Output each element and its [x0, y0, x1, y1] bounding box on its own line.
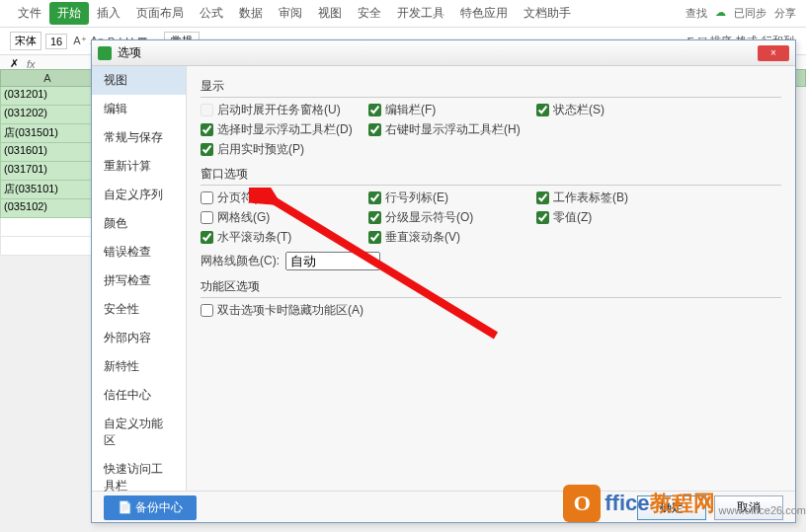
- cell[interactable]: (031202): [0, 106, 95, 124]
- sidebar-item-errorcheck[interactable]: 错误检查: [92, 238, 186, 266]
- sidebar-item-external[interactable]: 外部内容: [92, 324, 186, 352]
- tab-dev[interactable]: 开发工具: [389, 2, 452, 25]
- watermark-text1: ffice: [604, 491, 649, 516]
- tab-safety[interactable]: 安全: [350, 2, 389, 25]
- gridcolor-select[interactable]: 自动: [285, 252, 380, 270]
- options-dialog: 选项 × 视图 编辑 常规与保存 重新计算 自定义序列 颜色 错误检查 拼写检查…: [91, 39, 796, 523]
- fx-icon[interactable]: fx: [27, 58, 36, 70]
- sidebar-item-security[interactable]: 安全性: [92, 295, 186, 324]
- cell[interactable]: (031701): [0, 162, 95, 181]
- tab-dochelper[interactable]: 文档助手: [516, 2, 579, 25]
- check-livepreview[interactable]: 启用实时预览(P): [201, 141, 368, 158]
- section-window: 窗口选项: [201, 164, 781, 186]
- share-link[interactable]: 分享: [774, 6, 796, 21]
- check-vscroll[interactable]: 垂直滚动条(V): [368, 229, 536, 246]
- cell[interactable]: (031201): [0, 87, 95, 106]
- sidebar-item-newfeature[interactable]: 新特性: [92, 352, 186, 381]
- watermark-url: www.office26.com: [719, 504, 806, 516]
- wps-icon: [98, 46, 112, 60]
- gridcolor-label: 网格线颜色(C):: [201, 253, 280, 269]
- tab-start[interactable]: 开始: [49, 2, 89, 25]
- cell[interactable]: (035102): [0, 199, 95, 218]
- check-zero[interactable]: 零值(Z): [536, 209, 704, 226]
- tab-special[interactable]: 特色应用: [452, 2, 516, 25]
- search-link[interactable]: 查找: [685, 6, 707, 21]
- sidebar-item-qat[interactable]: 快速访问工具栏: [92, 455, 186, 500]
- section-ribbon: 功能区选项: [201, 276, 781, 298]
- check-rowcolhdr[interactable]: 行号列标(E): [368, 190, 536, 206]
- watermark: O ffice 教程网 www.office26.com: [563, 485, 806, 522]
- dialog-title: 选项: [118, 44, 141, 61]
- tab-layout[interactable]: 页面布局: [128, 2, 192, 25]
- office-logo-icon: O: [563, 485, 601, 522]
- font-size-select[interactable]: 16: [45, 34, 67, 49]
- sidebar-item-trust[interactable]: 信任中心: [92, 381, 186, 410]
- check-gridlines[interactable]: 网格线(G): [201, 209, 368, 226]
- section-display: 显示: [201, 76, 781, 98]
- tab-insert[interactable]: 插入: [89, 2, 128, 25]
- check-outline[interactable]: 分级显示符号(O): [368, 209, 536, 226]
- cell[interactable]: 店(031501): [0, 124, 95, 143]
- sidebar-item-customribbon[interactable]: 自定义功能区: [92, 410, 186, 455]
- sidebar-item-edit[interactable]: 编辑: [92, 95, 186, 123]
- options-sidebar: 视图 编辑 常规与保存 重新计算 自定义序列 颜色 错误检查 拼写检查 安全性 …: [92, 66, 187, 491]
- sidebar-item-color[interactable]: 颜色: [92, 209, 186, 238]
- check-statusbar[interactable]: 状态栏(S): [536, 102, 704, 118]
- tab-view[interactable]: 视图: [310, 2, 350, 25]
- tab-data[interactable]: 数据: [231, 2, 271, 25]
- check-sheettabs[interactable]: 工作表标签(B): [536, 190, 704, 206]
- increase-font-icon[interactable]: A⁺: [73, 35, 86, 47]
- cloud-icon: ☁: [715, 6, 726, 21]
- sync-label: 已同步: [734, 6, 766, 21]
- col-header-A[interactable]: A: [0, 69, 95, 87]
- close-button[interactable]: ×: [758, 45, 789, 61]
- sidebar-item-general[interactable]: 常规与保存: [92, 123, 186, 152]
- sidebar-item-recalc[interactable]: 重新计算: [92, 152, 186, 181]
- cell[interactable]: [0, 218, 95, 237]
- check-pagebreak[interactable]: 分页符(K): [201, 190, 368, 206]
- watermark-text2: 教程网: [650, 489, 715, 518]
- check-editbar[interactable]: 编辑栏(F): [368, 102, 536, 118]
- check-dblclickhide[interactable]: 双击选项卡时隐藏功能区(A): [201, 302, 368, 319]
- sidebar-item-customlist[interactable]: 自定义序列: [92, 181, 186, 209]
- cell[interactable]: (031601): [0, 143, 95, 162]
- check-taskpane: 启动时展开任务窗格(U): [201, 102, 368, 118]
- check-rclickfloat[interactable]: 右键时显示浮动工具栏(H): [368, 121, 536, 138]
- tab-review[interactable]: 审阅: [271, 2, 310, 25]
- tab-formula[interactable]: 公式: [192, 2, 231, 25]
- font-family-select[interactable]: 宋体: [10, 32, 41, 50]
- check-selectfloat[interactable]: 选择时显示浮动工具栏(D): [201, 121, 368, 138]
- check-hscroll[interactable]: 水平滚动条(T): [201, 229, 368, 246]
- sidebar-item-view[interactable]: 视图: [92, 66, 186, 95]
- sidebar-item-spellcheck[interactable]: 拼写检查: [92, 266, 186, 295]
- cell[interactable]: [0, 237, 95, 256]
- tab-file[interactable]: 文件: [10, 2, 49, 25]
- cell[interactable]: 店(035101): [0, 181, 95, 199]
- backup-button[interactable]: 📄 备份中心: [104, 495, 197, 520]
